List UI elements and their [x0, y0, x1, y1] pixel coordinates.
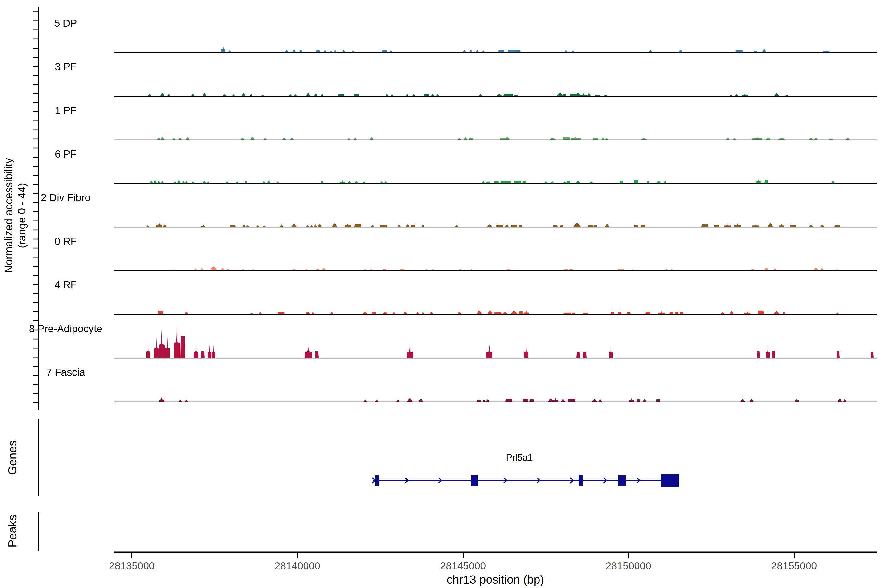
gene-exon [375, 475, 379, 486]
track-signal-5-dp [222, 46, 830, 52]
x-axis-tick-label: 28150000 [606, 560, 651, 572]
y-axis-title: Normalized accessibility (range 0 - 44) [2, 158, 28, 273]
track-label-8-pre-adipocyte: 8 Pre-Adipocyte [29, 323, 102, 334]
peaks-section-label: Peaks [6, 515, 19, 548]
track-label-0-rf: 0 RF [54, 236, 76, 247]
track-label-7-fascia: 7 Fascia [46, 366, 85, 378]
y-axis-title-line2: (range 0 - 44) [15, 158, 28, 273]
track-signal-4-rf [158, 310, 839, 314]
track-label-4-rf: 4 RF [54, 279, 76, 291]
gene-exon [579, 475, 583, 486]
track-label-6-pf: 6 PF [55, 148, 76, 160]
track-label-1-pf: 1 PF [55, 105, 76, 116]
track-signal-1-pf [157, 136, 850, 140]
track-label-2-div-fibro: 2 Div Fibro [40, 192, 90, 204]
track-label-3-pf: 3 PF [55, 61, 76, 73]
x-axis-tick-label: 28140000 [274, 560, 321, 572]
x-axis-tick-label: 28145000 [440, 560, 486, 572]
gene-exon [471, 475, 478, 486]
track-label-5-dp: 5 DP [54, 17, 77, 29]
track-signal-6-pf [150, 179, 835, 183]
track-signal-8-pre-adipocyte [146, 325, 874, 358]
x-axis-tick-label: 28135000 [109, 560, 155, 572]
genome-browser-plot [0, 0, 882, 588]
gene-name-label: Prl5a1 [506, 453, 533, 463]
y-axis-title-line1: Normalized accessibility [2, 158, 15, 273]
x-axis-title: chr13 position (bp) [447, 573, 544, 586]
genes-section-label: Genes [6, 440, 19, 475]
track-signal-2-div-fibro [146, 222, 840, 227]
track-signal-7-fascia [159, 397, 846, 402]
gene-exon [661, 474, 679, 487]
x-axis-tick-label: 28155000 [771, 560, 817, 572]
track-signal-3-pf [148, 92, 789, 96]
gene-exon [618, 475, 626, 486]
track-signal-0-rf [171, 266, 838, 270]
genome-browser-figure: Normalized accessibility (range 0 - 44) … [0, 0, 882, 588]
peaks-track-area [114, 512, 877, 550]
